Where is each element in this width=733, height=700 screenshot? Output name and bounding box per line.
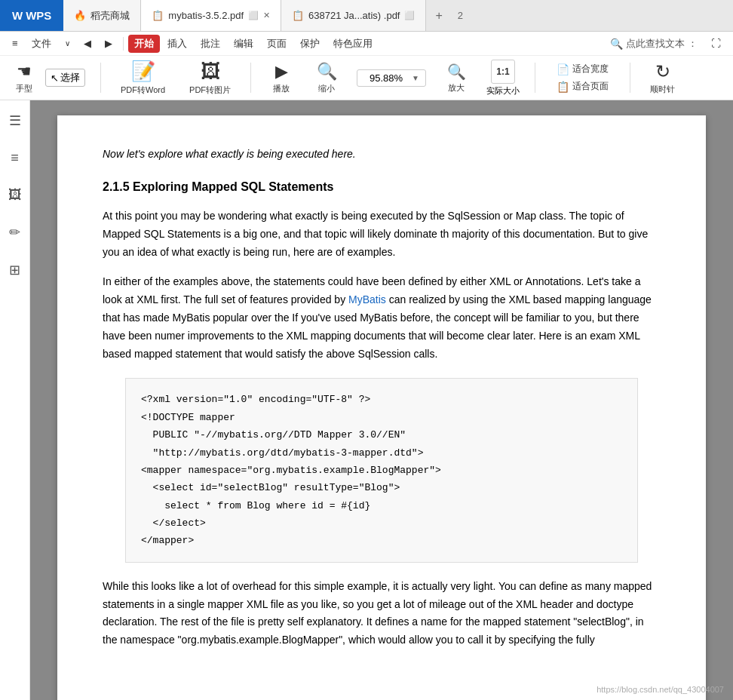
fit-width-button[interactable]: 📄 适合宽度: [551, 61, 615, 77]
left-sidebar: ☰ ≡ 🖼 ✏ ⊞: [0, 100, 30, 700]
wps-logo-icon: W: [12, 9, 23, 22]
daoke-tab-icon: 🔥: [74, 10, 86, 21]
pdf-to-image-tool[interactable]: 🖼 PDF转图片: [185, 57, 235, 99]
daoke-tab-label: 稻壳商城: [90, 9, 130, 23]
close-icon[interactable]: ✕: [263, 11, 270, 20]
pdf-page: Now let's explore what exactly is being …: [57, 115, 706, 700]
fit-group: 📄 适合宽度 📋 适合页面: [551, 61, 615, 94]
select-tool[interactable]: ↖ 选择: [45, 69, 85, 87]
clockwise-tool[interactable]: ↻ 顺时针: [646, 58, 679, 98]
features-menu[interactable]: 特色应用: [327, 35, 379, 53]
search-text[interactable]: 点此查找文本: [626, 37, 685, 51]
pdf-word-label: PDF转Word: [121, 84, 165, 96]
protect-menu[interactable]: 保护: [294, 35, 326, 53]
zoom-input-area: ▼: [357, 69, 426, 87]
tab-wps[interactable]: W WPS: [0, 0, 63, 31]
new-tab-button[interactable]: +: [426, 9, 451, 23]
cursor-icon: ↖: [51, 72, 59, 84]
insert-menu[interactable]: 插入: [161, 35, 193, 53]
code-line-4: "http://mybatis.org/dtd/mybatis-3-mapper…: [141, 444, 622, 462]
clockwise-label: 顺时针: [650, 84, 675, 95]
sidebar-bookmark-icon[interactable]: ⊞: [5, 257, 25, 283]
section-heading: 2.1.5 Exploring Mapped SQL Statements: [103, 177, 661, 197]
content-area[interactable]: Now let's explore what exactly is being …: [30, 100, 733, 700]
edit-menu[interactable]: 编辑: [228, 35, 259, 53]
code-line-5: <mapper namespace="org.mybatis.example.B…: [141, 462, 622, 479]
mybatis-tab-label: mybatis-3.5.2.pdf: [168, 10, 244, 21]
code-line-1: <?xml version="1.0" encoding="UTF-8" ?>: [141, 391, 622, 408]
file-chevron[interactable]: ∨: [59, 37, 76, 50]
fit-width-icon: 📄: [557, 63, 569, 75]
tab-count: 2: [452, 10, 469, 21]
pdf-to-word-tool[interactable]: 📝 PDF转Word: [116, 57, 170, 99]
annotate-menu[interactable]: 批注: [195, 35, 226, 53]
toolbar-area: ≡ 文件 ∨ ◀ ▶ 开始 插入 批注 编辑 页面 保护 特色应用 🔍 点此查找…: [0, 32, 733, 100]
actual-size-group: 1:1 实际大小: [486, 60, 520, 97]
pdf-image-icon: 🖼: [201, 60, 220, 83]
would-text: would: [379, 634, 406, 646]
tool-sep-4: [630, 63, 630, 93]
search-colon: ：: [688, 37, 698, 51]
actual-size-button[interactable]: 1:1: [491, 60, 515, 84]
search-icon: 🔍: [610, 38, 623, 50]
638-tab-icon: 📋: [292, 10, 304, 21]
pdf-word-icon: 📝: [131, 60, 155, 83]
code-line-2: <!DOCTYPE mapper: [141, 409, 622, 426]
play-tool[interactable]: ▶ 播放: [266, 59, 296, 97]
page-menu[interactable]: 页面: [261, 35, 293, 53]
code-block: <?xml version="1.0" encoding="UTF-8" ?> …: [125, 378, 638, 563]
fit-page-button[interactable]: 📋 适合页面: [551, 78, 615, 94]
code-line-7: select * from Blog where id = #{id}: [141, 497, 622, 514]
actual-size-label: 实际大小: [486, 85, 520, 97]
hand-label: 手型: [16, 83, 32, 94]
zoom-dropdown-arrow[interactable]: ▼: [412, 74, 419, 82]
hand-icon: ☚: [17, 62, 32, 81]
file-menu[interactable]: 文件: [26, 35, 57, 53]
tab-bar: W WPS 🔥 稻壳商城 📋 mybatis-3.5.2.pdf ⬜ ✕ 📋 6…: [0, 0, 733, 32]
forward-button[interactable]: ▶: [99, 35, 118, 51]
paragraph-3: While this looks like a lot of overhead …: [103, 578, 661, 649]
zoom-out-label: 缩小: [318, 83, 335, 94]
start-menu[interactable]: 开始: [128, 35, 160, 53]
forward-arrow-icon: ▶: [105, 38, 112, 49]
tab-daoke[interactable]: 🔥 稻壳商城: [63, 0, 141, 31]
main-layout: ☰ ≡ 🖼 ✏ ⊞ Now let's explore what exactly…: [0, 100, 733, 700]
intro-text: Now let's explore what exactly is being …: [103, 146, 661, 162]
zoom-in-label: 放大: [448, 82, 465, 94]
expand-icon: ⛶: [711, 38, 721, 49]
hand-tool[interactable]: ☚ 手型: [9, 59, 39, 97]
sidebar-image-icon[interactable]: 🖼: [4, 183, 26, 207]
pdf-image-label: PDF转图片: [189, 84, 231, 96]
tab-mybatis[interactable]: 📋 mybatis-3.5.2.pdf ⬜ ✕: [141, 0, 281, 31]
cursor-tool-group: ☚ 手型 ↖ 选择: [9, 59, 85, 97]
zoom-in-tool[interactable]: 🔍 放大: [441, 60, 471, 97]
win-icon[interactable]: ⬜: [248, 11, 259, 20]
hamburger-menu[interactable]: ≡: [6, 35, 24, 51]
wps-label: WPS: [26, 9, 51, 22]
expand-button[interactable]: ⛶: [705, 35, 727, 51]
zoom-out-tool[interactable]: 🔍 缩小: [311, 59, 342, 97]
back-arrow-icon: ◀: [84, 38, 91, 49]
win-icon-2[interactable]: ⬜: [404, 11, 415, 20]
sidebar-annotation-icon[interactable]: ✏: [5, 220, 25, 245]
search-area: 🔍 点此查找文本 ：: [610, 37, 698, 51]
mybatis-link: MyBatis: [348, 293, 386, 305]
sidebar-thumbnail-icon[interactable]: ☰: [5, 108, 26, 134]
zoom-value-input[interactable]: [363, 72, 409, 84]
paragraph-1: At this point you may be wondering what …: [103, 207, 661, 261]
tool-sep-1: [100, 63, 101, 93]
zoom-in-icon: 🔍: [447, 63, 466, 81]
back-button[interactable]: ◀: [78, 35, 97, 51]
code-line-8: </select>: [141, 514, 622, 532]
play-label: 播放: [273, 83, 290, 94]
section-number: 2.1.5: [103, 180, 133, 193]
fit-width-label: 适合宽度: [572, 63, 609, 75]
tool-sep-3: [535, 63, 535, 93]
fit-page-icon: 📋: [557, 81, 569, 93]
menu-bar: ≡ 文件 ∨ ◀ ▶ 开始 插入 批注 编辑 页面 保护 特色应用 🔍 点此查找…: [0, 32, 733, 56]
menu-separator-1: [123, 37, 124, 51]
tab-638721[interactable]: 📋 638721 Ja...atis) .pdf ⬜: [281, 0, 426, 31]
sidebar-page-icon[interactable]: ≡: [6, 146, 23, 170]
zoom-out-icon: 🔍: [317, 62, 337, 81]
paragraph-2: In either of the examples above, the sta…: [103, 273, 661, 363]
